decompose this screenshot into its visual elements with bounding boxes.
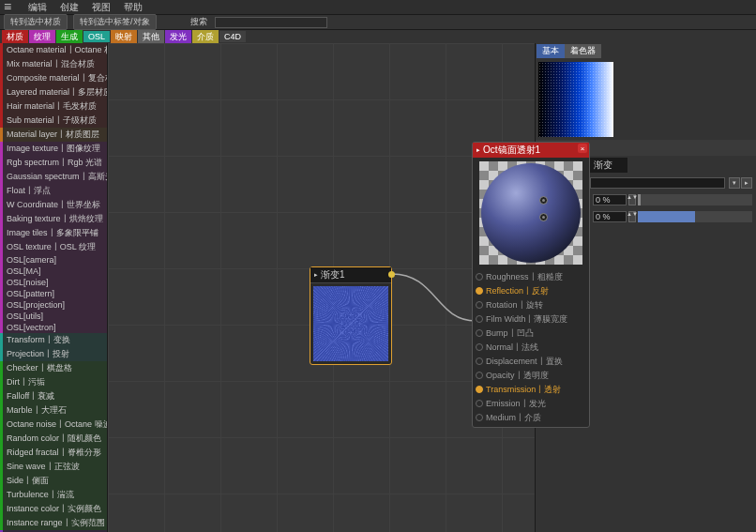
layer-field[interactable] bbox=[590, 177, 725, 189]
palette-item[interactable]: OSL[utils] bbox=[0, 311, 107, 322]
input-port-row[interactable]: Rotation丨旋转 bbox=[473, 298, 589, 312]
search-label: 搜索 bbox=[190, 16, 207, 28]
palette-item[interactable]: Instance color丨实例颜色 bbox=[0, 502, 107, 516]
palette-item[interactable]: Turbulence丨湍流 bbox=[0, 488, 107, 502]
tab-other[interactable]: 其他 bbox=[138, 30, 164, 44]
palette-item[interactable]: Sub material丨子级材质 bbox=[0, 114, 107, 128]
palette-item[interactable]: Material layer丨材质图层 bbox=[0, 128, 107, 142]
blur-degree-slider[interactable] bbox=[638, 211, 752, 222]
tab-medium[interactable]: 介质 bbox=[192, 30, 219, 44]
input-port-row[interactable]: Bump丨凹凸 bbox=[473, 327, 589, 341]
menu-create[interactable]: 创建 bbox=[60, 1, 79, 14]
palette-item[interactable]: Marble丨大理石 bbox=[0, 403, 107, 418]
input-port-row[interactable]: Roughness丨粗糙度 bbox=[473, 270, 589, 284]
layer-dropdown-icon[interactable]: ▾ bbox=[729, 177, 740, 189]
close-icon[interactable]: × bbox=[578, 144, 587, 153]
specular-node-title: Oct镜面透射1 bbox=[483, 144, 540, 157]
palette-item[interactable]: OSL[noise] bbox=[0, 277, 107, 288]
output-port[interactable] bbox=[388, 271, 395, 278]
input-port-row[interactable]: Normal丨法线 bbox=[473, 341, 589, 355]
palette-item[interactable]: Dirt丨污垢 bbox=[0, 375, 107, 389]
palette-item[interactable]: OSL[MA] bbox=[0, 266, 107, 277]
blur-offset-slider[interactable] bbox=[638, 194, 752, 205]
tab-emission[interactable]: 发光 bbox=[165, 30, 191, 44]
palette-item[interactable]: Side丨侧面 bbox=[0, 474, 107, 488]
node-palette[interactable]: Octane material丨Octane 材质Mix material丨混合… bbox=[0, 43, 108, 532]
blur-degree-value[interactable]: 0 % bbox=[593, 211, 627, 222]
palette-item[interactable]: Composite material丨复合材质 bbox=[0, 71, 107, 85]
toolbar: 转到选中材质 转到选中标签/对象 搜索 bbox=[0, 15, 756, 30]
palette-item[interactable]: Float丨浮点 bbox=[0, 184, 107, 198]
palette-item[interactable]: OSL[pattern] bbox=[0, 288, 107, 299]
category-tabs: 材质 纹理 生成 OSL 映射 其他 发光 介质 C4D bbox=[0, 30, 756, 43]
gradient-preview bbox=[313, 286, 388, 361]
palette-item[interactable]: Rgb spectrum丨Rgb 光谱 bbox=[0, 156, 107, 170]
node-canvas[interactable]: 渐变1 Oct镜面透射1 × Roughness丨粗糙度Reflection丨反… bbox=[108, 43, 535, 532]
spinner-icon[interactable]: ▲▼ bbox=[628, 211, 636, 222]
input-port-row[interactable]: Medium丨介质 bbox=[473, 411, 589, 425]
palette-item[interactable]: W Coordinate丨世界坐标 bbox=[0, 198, 107, 212]
tab-c4d[interactable]: C4D bbox=[219, 31, 246, 42]
palette-item[interactable]: Image tiles丨多象限平铺 bbox=[0, 226, 107, 240]
search-input[interactable] bbox=[215, 17, 327, 28]
tab-material[interactable]: 材质 bbox=[2, 30, 28, 44]
tab-generate[interactable]: 生成 bbox=[56, 30, 83, 44]
material-preview bbox=[479, 161, 582, 265]
hamburger-icon[interactable] bbox=[4, 3, 15, 12]
layer-picker-icon[interactable]: ▸ bbox=[741, 177, 752, 189]
palette-item[interactable]: Baking texture丨烘焙纹理 bbox=[0, 212, 107, 226]
menu-edit[interactable]: 编辑 bbox=[28, 1, 47, 14]
gradient-node[interactable]: 渐变1 bbox=[310, 266, 392, 365]
shader-preview bbox=[538, 62, 613, 137]
name-field[interactable]: 渐变 bbox=[590, 158, 627, 173]
gradient-node-title: 渐变1 bbox=[321, 268, 345, 281]
input-port-row[interactable]: Emission丨发光 bbox=[473, 397, 589, 411]
menu-help[interactable]: 帮助 bbox=[124, 1, 143, 14]
palette-item[interactable]: Hair material丨毛发材质 bbox=[0, 99, 107, 114]
blur-offset-radio[interactable] bbox=[539, 196, 548, 205]
tab-texture[interactable]: 纹理 bbox=[29, 30, 55, 44]
tab-basic[interactable]: 基本 bbox=[537, 44, 565, 58]
palette-item[interactable]: Ridged fractal丨脊椎分形 bbox=[0, 446, 107, 460]
input-port-row[interactable]: Film Width丨薄膜宽度 bbox=[473, 312, 589, 327]
palette-item[interactable]: Falloff丨衰减 bbox=[0, 389, 107, 403]
input-port-row[interactable]: Opacity丨透明度 bbox=[473, 369, 589, 383]
palette-item[interactable]: Octane material丨Octane 材质 bbox=[0, 43, 107, 57]
tab-shader[interactable]: 着色器 bbox=[565, 44, 601, 58]
palette-item[interactable]: Checker丨棋盘格 bbox=[0, 361, 107, 375]
palette-item[interactable]: Octane noise丨Octane 噪波 bbox=[0, 418, 107, 432]
blur-degree-radio[interactable] bbox=[539, 213, 548, 221]
palette-item[interactable]: Gaussian spectrum丨高斯光谱 bbox=[0, 170, 107, 184]
palette-item[interactable]: Transform丨变换 bbox=[0, 333, 107, 347]
input-port-row[interactable]: Transmission丨透射 bbox=[473, 383, 589, 397]
palette-item[interactable]: OSL texture丨OSL 纹理 bbox=[0, 240, 107, 254]
blur-offset-value[interactable]: 0 % bbox=[593, 194, 627, 205]
input-port-row[interactable]: Reflection丨反射 bbox=[473, 284, 589, 298]
palette-item[interactable]: Random color丨随机颜色 bbox=[0, 432, 107, 446]
palette-item[interactable]: Layered material丨多层材质 bbox=[0, 85, 107, 99]
palette-item[interactable]: Mix material丨混合材质 bbox=[0, 57, 107, 71]
menu-view[interactable]: 视图 bbox=[92, 1, 111, 14]
palette-item[interactable]: OSL[camera] bbox=[0, 254, 107, 266]
specular-transmission-node[interactable]: Oct镜面透射1 × Roughness丨粗糙度Reflection丨反射Rot… bbox=[472, 142, 590, 428]
palette-item[interactable]: Sine wave丨正弦波 bbox=[0, 460, 107, 474]
input-port-row[interactable]: Displacement丨置换 bbox=[473, 355, 589, 369]
palette-item[interactable]: Instance range丨实例范围 bbox=[0, 516, 107, 530]
spinner-icon[interactable]: ▲▼ bbox=[628, 194, 636, 205]
tab-osl[interactable]: OSL bbox=[83, 31, 110, 42]
menu-bar: 编辑 创建 视图 帮助 bbox=[0, 0, 756, 15]
palette-item[interactable]: OSL[projection] bbox=[0, 299, 107, 311]
goto-tag-button[interactable]: 转到选中标签/对象 bbox=[73, 14, 157, 30]
palette-item[interactable]: OSL[vectron] bbox=[0, 322, 107, 333]
palette-item[interactable]: Projection丨投射 bbox=[0, 347, 107, 361]
tab-mapping[interactable]: 映射 bbox=[111, 30, 137, 44]
goto-material-button[interactable]: 转到选中材质 bbox=[4, 14, 68, 30]
palette-item[interactable]: Image texture丨图像纹理 bbox=[0, 142, 107, 156]
